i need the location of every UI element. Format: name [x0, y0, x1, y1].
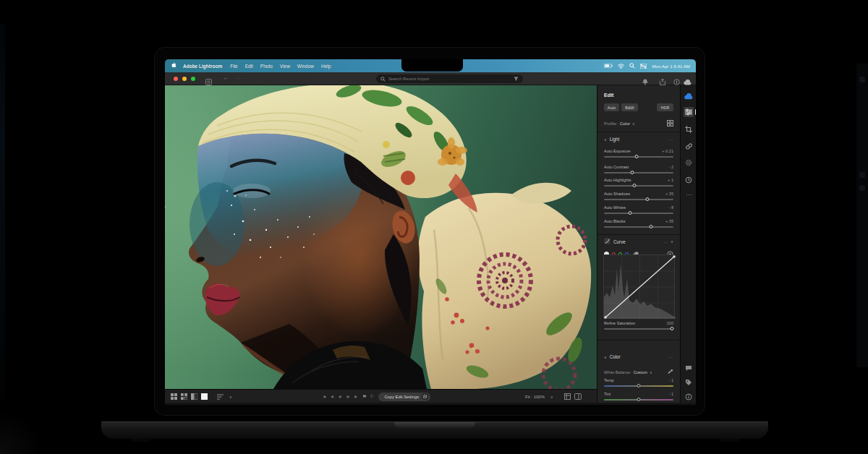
temp-label: Temp [604, 378, 614, 382]
slider-knob[interactable] [631, 171, 634, 174]
copy-edit-settings-button[interactable]: Copy Edit Settings [378, 393, 430, 401]
sync-status-icon[interactable] [673, 75, 680, 88]
menu-file[interactable]: File [230, 64, 237, 69]
slider-auto-shadows: Auto Shadows + 35 [604, 192, 673, 204]
crop-tool-icon[interactable] [684, 124, 694, 134]
star-rating[interactable]: ★ ★ ★ ★ ★ [323, 394, 359, 400]
light-section-header[interactable]: ∨ Light ⋯ [604, 137, 673, 142]
battery-icon[interactable] [604, 64, 613, 68]
peripheral-icon [859, 77, 865, 82]
photo-grid-icon[interactable] [205, 75, 212, 88]
forward-arrow-icon: → [236, 74, 242, 81]
lightroom-titlebar: ← → Search Recent Import [165, 72, 696, 85]
versions-history-icon[interactable] [684, 175, 694, 185]
color-section-title: Color [610, 354, 621, 359]
zoom-level[interactable]: Fit : 100% [525, 395, 545, 399]
more-tools-icon[interactable]: ⋯ [684, 189, 694, 200]
curve-section-header[interactable]: Curve ⋯ ∨ [604, 238, 673, 245]
temp-value: - 1 [668, 378, 673, 382]
peripheral-laptop-left [0, 25, 5, 401]
info-icon[interactable] [684, 392, 694, 402]
hdr-button[interactable]: HDR [657, 103, 673, 111]
back-arrow-icon[interactable]: ← [223, 74, 229, 81]
tone-curve-graph[interactable] [603, 254, 675, 318]
white-balance-label: White Balance: [604, 370, 631, 374]
grid-view-icon[interactable] [171, 393, 177, 400]
macbook-display: Adobe Lightroom File Edit Photo View Win… [165, 59, 696, 405]
auto-button[interactable]: Auto [604, 103, 619, 111]
slider-label: Auto Exposure [604, 149, 631, 153]
slider-knob[interactable] [671, 327, 674, 330]
slider-knob[interactable] [635, 155, 639, 158]
slider-knob[interactable] [650, 225, 653, 228]
photo-canvas[interactable] [165, 85, 597, 389]
menu-edit[interactable]: Edit [245, 64, 253, 69]
compare-view-icon[interactable] [191, 393, 197, 400]
profile-browse-icon[interactable] [667, 120, 673, 127]
cloud-sync-icon[interactable] [684, 91, 694, 101]
menubar-app-name[interactable]: Adobe Lightroom [183, 64, 222, 69]
slider-knob[interactable] [633, 184, 637, 187]
temp-slider-track[interactable] [604, 385, 673, 387]
slider-track[interactable] [604, 226, 673, 228]
chevron-down-icon: ∨ [671, 239, 673, 244]
portrait-photo [165, 85, 597, 389]
slider-track[interactable] [604, 213, 673, 214]
profile-row[interactable]: Profile: Color ∨ [604, 120, 673, 127]
slider-knob[interactable] [637, 384, 641, 387]
bw-button[interactable]: B&W [621, 103, 638, 111]
menubar-clock[interactable]: Mon Apr 1 5:41 AM [652, 64, 690, 69]
square-grid-view-icon[interactable] [181, 393, 187, 400]
notifications-bell-icon[interactable] [642, 75, 648, 88]
slider-knob[interactable] [629, 211, 632, 215]
slider-knob[interactable] [645, 197, 649, 201]
keyword-tag-icon[interactable] [684, 377, 694, 387]
edit-panel-title: Edit [604, 93, 613, 98]
search-input[interactable]: Search Recent Import [376, 74, 523, 83]
thumbnail-grid-icon[interactable] [564, 393, 571, 400]
dual-pane-icon[interactable] [574, 393, 582, 400]
slider-track[interactable] [604, 199, 673, 200]
menu-window[interactable]: Window [297, 64, 314, 69]
tint-slider-track[interactable] [604, 399, 673, 401]
section-options-icon[interactable]: ⋯ [668, 137, 673, 142]
slider-track[interactable] [604, 185, 673, 187]
menu-photo[interactable]: Photo [260, 64, 273, 69]
apple-logo-icon [171, 62, 176, 69]
chevron-down-icon: ∨ [650, 370, 652, 374]
menu-view[interactable]: View [280, 64, 290, 69]
apple-menu[interactable] [171, 62, 176, 69]
section-options-icon[interactable]: ⋯ [663, 239, 668, 244]
comments-icon[interactable] [684, 363, 694, 373]
spotlight-search-icon[interactable] [629, 63, 635, 69]
zoom-chevron-icon[interactable]: ∨ [550, 395, 553, 399]
flag-pick-icon[interactable]: ⚑ [362, 394, 367, 400]
slider-track[interactable] [604, 328, 673, 330]
slider-track[interactable] [604, 172, 673, 174]
masking-tool-icon[interactable] [684, 158, 694, 168]
flag-reject-icon[interactable]: ⚐ [370, 394, 375, 400]
zoom-window-button[interactable] [191, 77, 195, 81]
section-options-icon[interactable]: ⋯ [668, 354, 673, 359]
slider-track[interactable] [604, 156, 673, 158]
healing-tool-icon[interactable] [684, 141, 694, 151]
cloud-storage-icon[interactable] [684, 75, 692, 88]
filter-icon[interactable] [514, 77, 519, 82]
edit-tool-icon[interactable] [684, 107, 694, 117]
sort-icon[interactable] [217, 394, 224, 400]
slider-knob[interactable] [637, 398, 641, 401]
eyedropper-icon[interactable] [668, 369, 673, 375]
minimize-window-button[interactable] [182, 77, 187, 81]
sort-chevron-icon[interactable]: ∨ [229, 395, 232, 399]
collapse-chevron-icon: ∨ [604, 137, 607, 142]
share-icon[interactable] [660, 75, 665, 88]
slider-value: - 2 [668, 165, 673, 169]
white-balance-row[interactable]: White Balance: Custom ∨ [604, 369, 673, 375]
close-window-button[interactable] [174, 77, 178, 81]
control-center-icon[interactable] [640, 64, 647, 69]
detail-view-icon[interactable] [201, 393, 208, 400]
wifi-icon[interactable] [618, 64, 624, 69]
color-section-header[interactable]: ∨ Color ⋯ [604, 354, 673, 359]
search-placeholder: Search Recent Import [388, 77, 511, 81]
menu-help[interactable]: Help [321, 64, 331, 69]
